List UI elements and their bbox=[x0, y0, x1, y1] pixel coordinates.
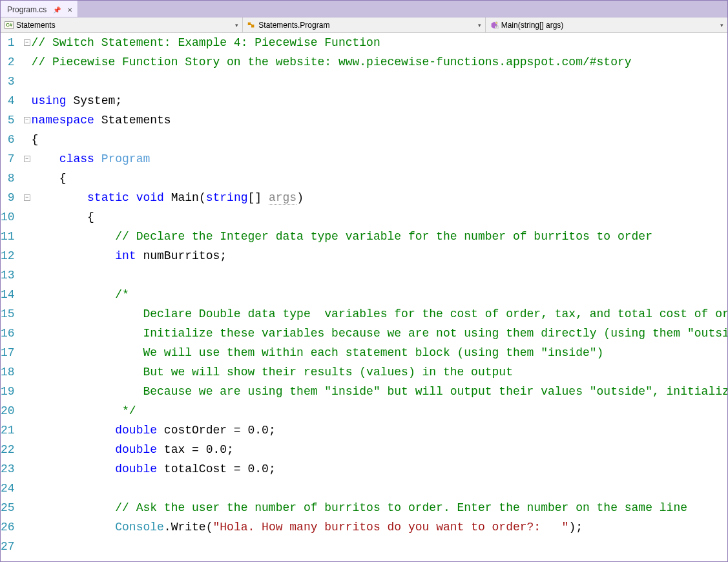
code-line[interactable]: namespace Statements bbox=[32, 110, 727, 130]
line-number: 10 bbox=[1, 207, 15, 227]
line-number: 14 bbox=[1, 285, 15, 304]
code-line[interactable]: Declare Double data type variables for t… bbox=[32, 304, 727, 324]
fold-toggle[interactable]: − bbox=[24, 117, 30, 123]
scope-dropdown[interactable]: C# Statements ▾ bbox=[1, 17, 243, 32]
code-area[interactable]: // Switch Statement: Example 4: Piecewis… bbox=[30, 33, 727, 561]
code-line[interactable]: using System; bbox=[32, 91, 727, 110]
method-label: Main(string[] args) bbox=[501, 21, 564, 30]
line-number: 8 bbox=[1, 169, 15, 188]
line-number: 11 bbox=[1, 227, 15, 246]
code-line[interactable]: double tax = 0.0; bbox=[32, 440, 727, 459]
code-line[interactable]: // Switch Statement: Example 4: Piecewis… bbox=[32, 33, 727, 52]
line-number: 1 bbox=[1, 33, 15, 52]
code-line[interactable]: { bbox=[32, 207, 727, 227]
code-line[interactable]: { bbox=[32, 130, 727, 149]
line-number: 20 bbox=[1, 401, 15, 421]
line-number: 6 bbox=[1, 130, 15, 149]
line-number: 4 bbox=[1, 91, 15, 110]
class-icon bbox=[247, 21, 256, 30]
line-number: 2 bbox=[1, 52, 15, 72]
line-number: 9 bbox=[1, 188, 15, 207]
line-number: 22 bbox=[1, 440, 15, 459]
class-dropdown[interactable]: Statements.Program ▾ bbox=[243, 17, 485, 32]
code-line[interactable]: { bbox=[32, 169, 727, 188]
code-editor[interactable]: 1234567891011121314151617181920212223242… bbox=[1, 33, 727, 561]
code-line[interactable]: double costOrder = 0.0; bbox=[32, 421, 727, 440]
code-line[interactable]: int numBurritos; bbox=[32, 246, 727, 265]
close-icon[interactable]: ✕ bbox=[67, 6, 72, 14]
code-line[interactable] bbox=[32, 537, 727, 556]
line-number: 17 bbox=[1, 343, 15, 362]
code-line[interactable] bbox=[32, 265, 727, 285]
chevron-down-icon: ▾ bbox=[720, 22, 723, 28]
class-label: Statements.Program bbox=[258, 21, 329, 30]
tab-filename: Program.cs bbox=[7, 5, 47, 14]
line-number: 21 bbox=[1, 421, 15, 440]
chevron-down-icon: ▾ bbox=[478, 22, 481, 28]
fold-toggle[interactable]: − bbox=[24, 194, 30, 201]
method-dropdown[interactable]: Main(string[] args) ▾ bbox=[486, 17, 727, 32]
code-line[interactable] bbox=[32, 479, 727, 498]
code-line[interactable]: // Declare the Integer data type variabl… bbox=[32, 227, 727, 246]
chevron-down-icon: ▾ bbox=[235, 22, 238, 28]
code-line[interactable] bbox=[32, 72, 727, 91]
code-line[interactable]: /* bbox=[32, 285, 727, 304]
line-number: 7 bbox=[1, 149, 15, 169]
line-number-gutter: 1234567891011121314151617181920212223242… bbox=[1, 33, 24, 561]
line-number: 26 bbox=[1, 517, 15, 537]
line-number: 18 bbox=[1, 362, 15, 382]
line-number: 16 bbox=[1, 324, 15, 343]
fold-toggle[interactable]: − bbox=[24, 156, 30, 162]
code-line[interactable]: class Program bbox=[32, 149, 727, 169]
pin-icon[interactable]: 📌 bbox=[53, 6, 61, 14]
fold-toggle[interactable]: − bbox=[24, 39, 30, 46]
svg-rect-5 bbox=[495, 22, 497, 23]
file-tab[interactable]: Program.cs 📌 ✕ bbox=[1, 1, 78, 17]
code-line[interactable]: Because we are using them "inside" but w… bbox=[32, 382, 727, 401]
method-icon bbox=[490, 21, 499, 30]
line-number: 3 bbox=[1, 72, 15, 91]
line-number: 12 bbox=[1, 246, 15, 265]
editor-window: Program.cs 📌 ✕ C# Statements ▾ Statement… bbox=[0, 0, 728, 562]
scope-label: Statements bbox=[16, 21, 56, 30]
svg-rect-2 bbox=[250, 24, 253, 25]
code-line[interactable]: We will use them within each statement b… bbox=[32, 343, 727, 362]
tab-bar: Program.cs 📌 ✕ bbox=[1, 1, 727, 17]
fold-column: −−−− bbox=[24, 33, 30, 561]
line-number: 19 bbox=[1, 382, 15, 401]
code-line[interactable]: static void Main(string[] args) bbox=[32, 188, 727, 207]
code-line[interactable]: */ bbox=[32, 401, 727, 421]
code-line[interactable]: Initialize these variables because we ar… bbox=[32, 324, 727, 343]
csharp-icon: C# bbox=[5, 21, 14, 29]
line-number: 5 bbox=[1, 110, 15, 130]
line-number: 13 bbox=[1, 265, 15, 285]
line-number: 15 bbox=[1, 304, 15, 324]
line-number: 23 bbox=[1, 459, 15, 479]
code-line[interactable]: double totalCost = 0.0; bbox=[32, 459, 727, 479]
navigation-bar: C# Statements ▾ Statements.Program ▾ Mai… bbox=[1, 17, 727, 33]
code-line[interactable]: // Piecewise Function Story on the websi… bbox=[32, 52, 727, 72]
line-number: 24 bbox=[1, 479, 15, 498]
code-line[interactable]: // Ask the user the number of burritos t… bbox=[32, 498, 727, 517]
line-number: 27 bbox=[1, 537, 15, 556]
code-line[interactable]: Console.Write("Hola. How many burritos d… bbox=[32, 517, 727, 537]
code-line[interactable]: But we will show their results (values) … bbox=[32, 362, 727, 382]
line-number: 25 bbox=[1, 498, 15, 517]
